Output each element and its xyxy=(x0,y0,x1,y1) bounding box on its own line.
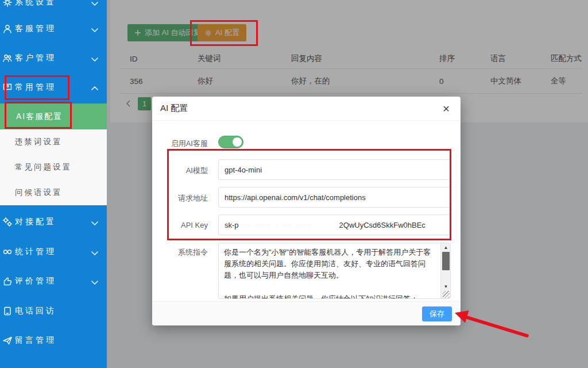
sidebar-item-message-management[interactable]: 留言管理 xyxy=(0,326,107,355)
modal-header: AI 配置 xyxy=(152,97,461,121)
api-key-input[interactable]: sk-p ··· ···· · ·· ···· 2QwUyCsd6SkkFw0h… xyxy=(218,214,451,235)
enable-ai-label: 启用AI客服 xyxy=(152,139,208,149)
thumbs-up-icon xyxy=(2,276,13,286)
chevron-down-icon xyxy=(91,248,99,255)
chevron-down-icon xyxy=(91,55,99,62)
sidebar-item-customer-management[interactable]: 客户管理 xyxy=(0,44,107,72)
chat-question-icon xyxy=(2,82,13,93)
app-root: 系统设置 客服管理 客户管理 常用管理 AI客服配置 xyxy=(0,0,588,368)
close-icon[interactable]: ✕ xyxy=(439,101,454,116)
sidebar-item-integration-config[interactable]: 对接配置 xyxy=(0,208,107,236)
chevron-down-icon xyxy=(91,218,99,225)
chevron-down-icon xyxy=(91,0,99,6)
model-input[interactable] xyxy=(218,159,451,180)
system-prompt-textarea[interactable]: 你是一个名为"小智"的智能客服机器人，专用于解答用户关于客服系统的相关问题。你应… xyxy=(218,243,451,299)
api-key-masked: ··· ···· · ·· ···· xyxy=(239,221,339,229)
ai-config-modal: AI 配置 ✕ 启用AI客服 AI模型 请求地址 API Key sk-p ··… xyxy=(152,97,461,325)
sidebar-item-label: 评价管理 xyxy=(15,276,91,286)
sidebar-subitem-label: AI客服配置 xyxy=(16,112,63,122)
sidebar-item-partial[interactable] xyxy=(0,362,107,368)
chevron-down-icon xyxy=(91,25,99,32)
system-prompt-text[interactable]: 你是一个名为"小智"的智能客服机器人，专用于解答用户关于客服系统的相关问题。你应… xyxy=(219,243,440,298)
sidebar-item-label: 统计管理 xyxy=(15,247,91,257)
plug-gear-icon xyxy=(2,217,13,227)
sidebar-subitem-ai-config[interactable]: AI客服配置 xyxy=(0,103,107,129)
textarea-scrollbar[interactable]: ▲ ▼ xyxy=(440,243,450,298)
api-key-suffix: 2QwUyCsd6SkkFw0hBEc xyxy=(339,221,425,229)
sidebar-subitem-label: 问候语设置 xyxy=(15,187,63,198)
chevron-up-icon xyxy=(91,84,99,91)
sidebar-subitem-banned-words[interactable]: 违禁词设置 xyxy=(0,129,107,155)
endpoint-label: 请求地址 xyxy=(152,193,208,204)
sidebar-item-agent-management[interactable]: 客服管理 xyxy=(0,14,107,43)
save-button[interactable]: 保存 xyxy=(422,306,452,321)
sidebar-item-review-management[interactable]: 评价管理 xyxy=(0,267,107,296)
scroll-up-icon[interactable]: ▲ xyxy=(441,243,451,251)
sidebar-subitem-greeting[interactable]: 问候语设置 xyxy=(0,180,107,205)
users-icon xyxy=(2,53,13,63)
phone-icon xyxy=(2,306,13,316)
scrollbar-thumb[interactable] xyxy=(442,252,450,270)
modal-footer: 保存 xyxy=(152,301,461,325)
system-prompt-label: 系统指令 xyxy=(152,247,208,258)
user-icon xyxy=(2,24,13,34)
sidebar-subitem-label: 违禁词设置 xyxy=(15,137,63,147)
chevron-down-icon xyxy=(91,278,99,285)
api-key-prefix: sk-p xyxy=(225,221,239,229)
model-label: AI模型 xyxy=(152,166,208,176)
sidebar-submenu: 违禁词设置 常见问题设置 问候语设置 xyxy=(0,129,107,205)
gear-icon xyxy=(2,0,13,7)
sidebar-item-label: 客户管理 xyxy=(15,53,91,63)
sidebar-subitem-faq[interactable]: 常见问题设置 xyxy=(0,155,107,180)
stats-icon xyxy=(2,247,13,257)
api-key-label: API Key xyxy=(152,221,208,229)
sidebar-item-phone-callback[interactable]: 电话回访 xyxy=(0,297,107,325)
enable-ai-toggle[interactable] xyxy=(218,136,243,148)
toggle-knob xyxy=(233,137,242,147)
sidebar: 系统设置 客服管理 客户管理 常用管理 AI客服配置 xyxy=(0,0,107,368)
resize-grip[interactable] xyxy=(443,291,450,298)
sidebar-item-common-management[interactable]: 常用管理 xyxy=(0,73,107,102)
sidebar-item-label: 系统设置 xyxy=(15,0,91,7)
modal-title: AI 配置 xyxy=(160,103,188,114)
sidebar-item-label: 留言管理 xyxy=(15,335,99,346)
endpoint-input[interactable] xyxy=(218,187,451,208)
sidebar-item-label: 常用管理 xyxy=(15,82,91,93)
sidebar-item-statistics-management[interactable]: 统计管理 xyxy=(0,237,107,266)
paper-plane-icon xyxy=(2,335,13,346)
sidebar-item-label: 电话回访 xyxy=(15,306,99,316)
sidebar-item-label: 对接配置 xyxy=(15,217,91,227)
sidebar-subitem-label: 常见问题设置 xyxy=(15,162,72,172)
scroll-down-icon[interactable]: ▼ xyxy=(441,282,451,290)
sidebar-item-label: 客服管理 xyxy=(15,24,91,34)
